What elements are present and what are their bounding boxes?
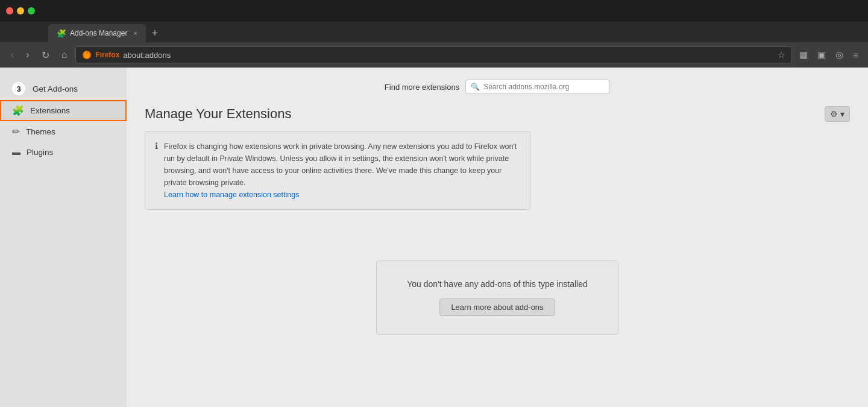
- firefox-brand-label: Firefox: [95, 51, 119, 59]
- plugins-icon: ▬: [12, 147, 20, 157]
- search-input[interactable]: [483, 83, 605, 91]
- sidebar-item-themes[interactable]: ✏ Themes: [0, 121, 127, 142]
- address-text: about:addons: [123, 51, 171, 60]
- empty-state-box: You don't have any add-ons of this type …: [376, 260, 618, 335]
- forward-button[interactable]: ›: [22, 47, 33, 63]
- traffic-lights: [6, 7, 35, 14]
- tab-addon-icon: 🧩: [57, 29, 66, 38]
- title-bar: [0, 0, 868, 22]
- addons-manager-tab[interactable]: 🧩 Add-ons Manager ×: [48, 24, 146, 42]
- info-learn-more-link[interactable]: Learn how to manage extension settings: [164, 191, 299, 199]
- gear-dropdown-button[interactable]: ⚙ ▾: [825, 106, 850, 122]
- new-tab-button[interactable]: +: [146, 24, 165, 42]
- info-box: ℹ Firefox is changing how extensions wor…: [145, 131, 530, 210]
- nav-right-buttons: ▦ ▣ ◎ ≡: [797, 47, 861, 63]
- themes-icon: ✏: [12, 126, 20, 137]
- get-addons-badge: 3: [12, 82, 25, 95]
- sidebar: 3 Get Add-ons 🧩 Extensions ✏ Themes ▬ Pl…: [0, 68, 127, 407]
- extensions-icon: 🧩: [12, 105, 24, 116]
- section-header: Manage Your Extensions ⚙ ▾: [145, 106, 850, 122]
- toolbar-button[interactable]: ▦: [797, 47, 810, 63]
- account-button[interactable]: ◎: [833, 47, 846, 63]
- sidebar-item-extensions[interactable]: 🧩 Extensions: [0, 100, 127, 121]
- empty-state-wrapper: You don't have any add-ons of this type …: [145, 224, 850, 335]
- info-message: Firefox is changing how extensions work …: [164, 142, 517, 187]
- tab-label: Add-ons Manager: [70, 29, 127, 37]
- themes-label: Themes: [26, 127, 55, 136]
- tab-bar: 🧩 Add-ons Manager × +: [0, 22, 868, 42]
- tab-close-button[interactable]: ×: [133, 30, 137, 37]
- nav-bar: ‹ › ↻ ⌂ Firefox about:addons ☆ ▦ ▣ ◎ ≡: [0, 42, 868, 68]
- address-bar[interactable]: Firefox about:addons ☆: [75, 46, 792, 63]
- find-more-label: Find more extensions: [385, 83, 459, 92]
- back-button[interactable]: ‹: [7, 47, 17, 63]
- gear-icon: ⚙: [830, 109, 838, 119]
- sidebar-item-get-addons[interactable]: 3 Get Add-ons: [0, 77, 127, 100]
- dropdown-arrow-icon: ▾: [840, 109, 844, 119]
- reload-button[interactable]: ↻: [38, 47, 53, 63]
- content-area: Find more extensions 🔍 Manage Your Exten…: [127, 68, 868, 407]
- section-title: Manage Your Extensions: [145, 106, 291, 122]
- get-addons-label: Get Add-ons: [33, 84, 78, 93]
- plugins-label: Plugins: [27, 148, 53, 157]
- learn-more-addons-button[interactable]: Learn more about add-ons: [439, 298, 555, 316]
- empty-message: You don't have any add-ons of this type …: [407, 279, 587, 289]
- menu-button[interactable]: ≡: [851, 48, 861, 63]
- maximize-window-button[interactable]: [28, 7, 35, 14]
- container-button[interactable]: ▣: [815, 47, 828, 63]
- home-button[interactable]: ⌂: [58, 47, 71, 63]
- main-layout: 3 Get Add-ons 🧩 Extensions ✏ Themes ▬ Pl…: [0, 68, 868, 407]
- sidebar-item-plugins[interactable]: ▬ Plugins: [0, 142, 127, 162]
- extensions-label: Extensions: [30, 106, 70, 115]
- info-text-container: Firefox is changing how extensions work …: [164, 140, 520, 201]
- minimize-window-button[interactable]: [17, 7, 24, 14]
- find-more-bar: Find more extensions 🔍: [145, 80, 850, 94]
- bookmark-button[interactable]: ☆: [778, 50, 785, 60]
- search-box[interactable]: 🔍: [465, 80, 610, 94]
- firefox-logo-icon: [82, 50, 92, 60]
- search-icon: 🔍: [471, 83, 480, 91]
- close-window-button[interactable]: [6, 7, 13, 14]
- info-icon: ℹ: [155, 141, 158, 201]
